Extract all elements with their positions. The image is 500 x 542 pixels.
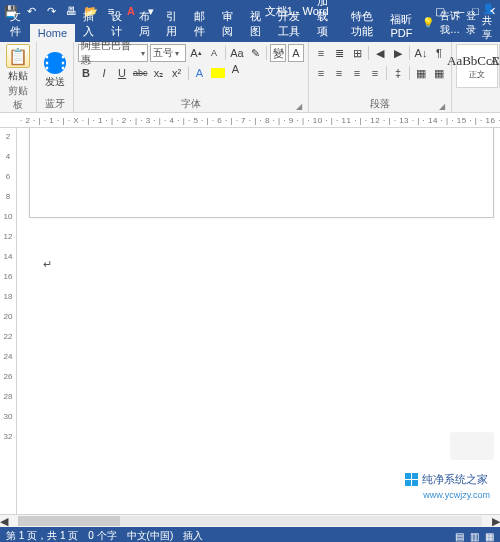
show-marks-button[interactable]: ¶ [431, 44, 447, 62]
dialog-launcher-icon[interactable]: ◢ [439, 102, 445, 111]
chevron-down-icon: ▾ [175, 49, 179, 58]
increase-indent-button[interactable]: ▶ [390, 44, 406, 62]
tab-foxit-pdf[interactable]: 福昕PDF [382, 9, 422, 42]
status-bar: 第 1 页，共 1 页 0 个字 中文(中国) 插入 ▤ ▥ ▦ [0, 527, 500, 542]
group-font: 阿里巴巴普惠▾ 五号▾ A▴ A Aa ✎ 變 A B I U abc x₂ [74, 42, 309, 112]
status-language[interactable]: 中文(中国) [127, 529, 174, 542]
horizontal-scrollbar[interactable]: ◀ ▶ [0, 514, 500, 527]
underline-button[interactable]: U [114, 64, 130, 82]
paste-button[interactable]: 📋 粘贴 [4, 44, 32, 83]
change-case-button[interactable]: Aa [229, 44, 245, 62]
chevron-down-icon: ▾ [141, 49, 145, 58]
align-right-button[interactable]: ≡ [349, 64, 365, 82]
page-area[interactable]: ↵ 纯净系统之家 www.ycwjzy.com [17, 128, 500, 514]
watermark-ghost-icon [450, 432, 494, 460]
decrease-indent-button[interactable]: ◀ [372, 44, 388, 62]
tab-features[interactable]: 特色功能 [343, 6, 383, 42]
tab-right-area: 💡 告诉我… 登录 👤 共享 [422, 3, 500, 42]
group-font-label: 字体◢ [78, 96, 304, 112]
phonetic-guide-button[interactable]: 變 [270, 44, 286, 62]
italic-button[interactable]: I [96, 64, 112, 82]
text-effects-button[interactable]: A [192, 64, 208, 82]
group-bluetooth: ⋮⋮ 发送 蓝牙 [37, 42, 74, 112]
group-styles: AaBbCcDc正文 AaBbCcDc无间隔 AaBl标题 1 ▴▾▿ 样式◢ [452, 42, 500, 112]
page-1-bottom[interactable] [29, 128, 494, 218]
tab-layout[interactable]: 布局 [131, 6, 159, 42]
tell-me-text[interactable]: 告诉我… [440, 9, 460, 37]
tab-references[interactable]: 引用 [158, 6, 186, 42]
view-print-icon[interactable]: ▥ [470, 531, 479, 542]
borders-button[interactable]: ▦ [431, 64, 447, 82]
numbering-button[interactable]: ≣ [331, 44, 347, 62]
scroll-thumb[interactable] [18, 516, 120, 526]
scroll-left-icon[interactable]: ◀ [0, 515, 8, 528]
tell-me-icon[interactable]: 💡 [422, 17, 434, 28]
grow-font-button[interactable]: A▴ [188, 44, 204, 62]
tab-addins[interactable]: 加载项 [309, 0, 343, 42]
clear-format-button[interactable]: ✎ [247, 44, 263, 62]
font-family-combo[interactable]: 阿里巴巴普惠▾ [78, 44, 148, 62]
superscript-button[interactable]: x² [169, 64, 185, 82]
justify-button[interactable]: ≡ [367, 64, 383, 82]
bluetooth-label: 发送 [45, 75, 65, 89]
tab-insert[interactable]: 插入 [75, 6, 103, 42]
bold-button[interactable]: B [78, 64, 94, 82]
status-page[interactable]: 第 1 页，共 1 页 [6, 529, 78, 542]
scroll-right-icon[interactable]: ▶ [492, 515, 500, 528]
horizontal-ruler[interactable]: · 2 · | · 1 · | · X · | · 1 · | · 2 · | … [0, 113, 500, 128]
status-insert[interactable]: 插入 [183, 529, 203, 542]
line-spacing-button[interactable]: ‡ [390, 64, 406, 82]
sign-in-link[interactable]: 登录 [466, 9, 476, 37]
font-size-combo[interactable]: 五号▾ [150, 44, 186, 62]
tab-file[interactable]: 文件 [2, 6, 30, 42]
shrink-font-button[interactable]: A [206, 44, 222, 62]
group-clipboard: 📋 粘贴 剪贴板 [0, 42, 37, 112]
paste-label: 粘贴 [8, 69, 28, 83]
highlight-button[interactable] [210, 64, 226, 82]
text-cursor: ↵ [43, 258, 52, 271]
brand-watermark: 纯净系统之家 [401, 471, 492, 488]
shading-button[interactable]: ▦ [413, 64, 429, 82]
subscript-button[interactable]: x₂ [151, 64, 167, 82]
paste-icon: 📋 [6, 44, 30, 68]
view-web-icon[interactable]: ▦ [485, 531, 494, 542]
tab-review[interactable]: 审阅 [214, 6, 242, 42]
dialog-launcher-icon[interactable]: ◢ [296, 102, 302, 111]
ribbon: 📋 粘贴 剪贴板 ⋮⋮ 发送 蓝牙 阿里巴巴普惠▾ 五号▾ A▴ A [0, 42, 500, 113]
brand-text: 纯净系统之家 [422, 472, 488, 487]
char-border-button[interactable]: A [288, 44, 304, 62]
redo-icon[interactable]: ↷ [44, 4, 58, 18]
multilevel-list-button[interactable]: ⊞ [349, 44, 365, 62]
brand-url: www.ycwjzy.com [423, 490, 490, 500]
highlight-icon [211, 68, 225, 78]
share-button[interactable]: 👤 共享 [482, 3, 494, 42]
status-words[interactable]: 0 个字 [88, 529, 116, 542]
tab-developer[interactable]: 开发工具 [270, 6, 310, 42]
ribbon-tabs: 文件 Home 插入 设计 布局 引用 邮件 审阅 视图 开发工具 加载项 特色… [0, 22, 500, 42]
tab-design[interactable]: 设计 [103, 6, 131, 42]
group-paragraph: ≡ ≣ ⊞ ◀ ▶ A↓ ¶ ≡ ≡ ≡ ≡ ‡ [309, 42, 452, 112]
tab-home[interactable]: Home [30, 24, 75, 42]
tab-mailings[interactable]: 邮件 [186, 6, 214, 42]
font-color-button[interactable]: A [228, 64, 244, 82]
view-read-icon[interactable]: ▤ [455, 531, 464, 542]
brand-logo-icon [405, 473, 418, 486]
strike-button[interactable]: abc [132, 64, 149, 82]
group-paragraph-label: 段落◢ [313, 96, 447, 112]
bullets-button[interactable]: ≡ [313, 44, 329, 62]
bluetooth-send-button[interactable]: ⋮⋮ 发送 [41, 44, 69, 96]
group-styles-label: 样式◢ [456, 96, 500, 112]
vertical-ruler[interactable]: 2468101214161820222426283032 [0, 128, 17, 514]
sort-button[interactable]: A↓ [413, 44, 429, 62]
align-center-button[interactable]: ≡ [331, 64, 347, 82]
group-bluetooth-label: 蓝牙 [41, 96, 69, 112]
bluetooth-icon: ⋮⋮ [44, 52, 66, 74]
workspace: 2468101214161820222426283032 ↵ 纯净系统之家 ww… [0, 128, 500, 514]
tab-view[interactable]: 视图 [242, 6, 270, 42]
scroll-track[interactable] [18, 516, 482, 526]
align-left-button[interactable]: ≡ [313, 64, 329, 82]
group-clipboard-label: 剪贴板 [4, 83, 32, 113]
